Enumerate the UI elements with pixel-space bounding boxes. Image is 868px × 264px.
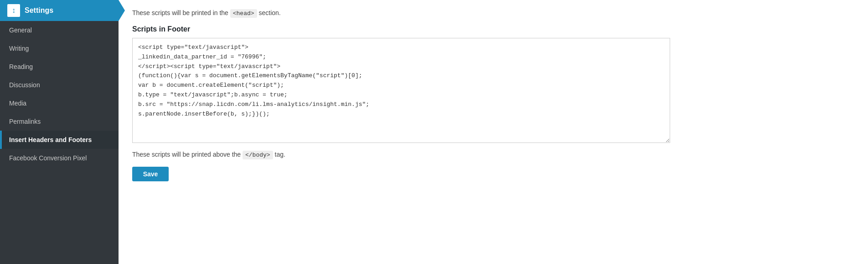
sidebar-title: Settings	[25, 6, 53, 15]
body-tag-code: </body>	[243, 151, 273, 159]
sidebar-item-media[interactable]: Media	[0, 94, 119, 112]
sidebar-item-facebook-pixel[interactable]: Facebook Conversion Pixel	[0, 149, 119, 167]
sidebar-header: ↕ Settings	[0, 0, 119, 21]
body-description: These scripts will be printed above the …	[132, 151, 854, 158]
scripts-footer-title: Scripts in Footer	[132, 25, 854, 33]
sidebar-item-writing[interactable]: Writing	[0, 39, 119, 58]
head-tag-code: <head>	[230, 9, 257, 18]
sidebar-item-discussion[interactable]: Discussion	[0, 76, 119, 94]
sidebar-nav: General Writing Reading Discussion Media…	[0, 21, 119, 264]
footer-scripts-textarea[interactable]	[132, 38, 670, 143]
body-text-before: These scripts will be printed above the	[132, 151, 241, 158]
head-text-before: These scripts will be printed in the	[132, 9, 228, 16]
sidebar-item-insert-headers-footers[interactable]: Insert Headers and Footers	[0, 131, 119, 149]
sidebar-item-permalinks[interactable]: Permalinks	[0, 112, 119, 131]
sidebar-item-general[interactable]: General	[0, 21, 119, 39]
wp-icon: ↕	[7, 4, 20, 17]
body-text-after: tag.	[275, 151, 285, 158]
save-button[interactable]: Save	[132, 167, 169, 181]
wp-icon-symbol: ↕	[12, 6, 16, 15]
sidebar: ↕ Settings General Writing Reading Discu…	[0, 0, 119, 264]
head-text-after: section.	[258, 9, 280, 16]
head-description: These scripts will be printed in the <he…	[132, 9, 854, 17]
main-content: These scripts will be printed in the <he…	[119, 0, 868, 264]
sidebar-item-reading[interactable]: Reading	[0, 58, 119, 76]
